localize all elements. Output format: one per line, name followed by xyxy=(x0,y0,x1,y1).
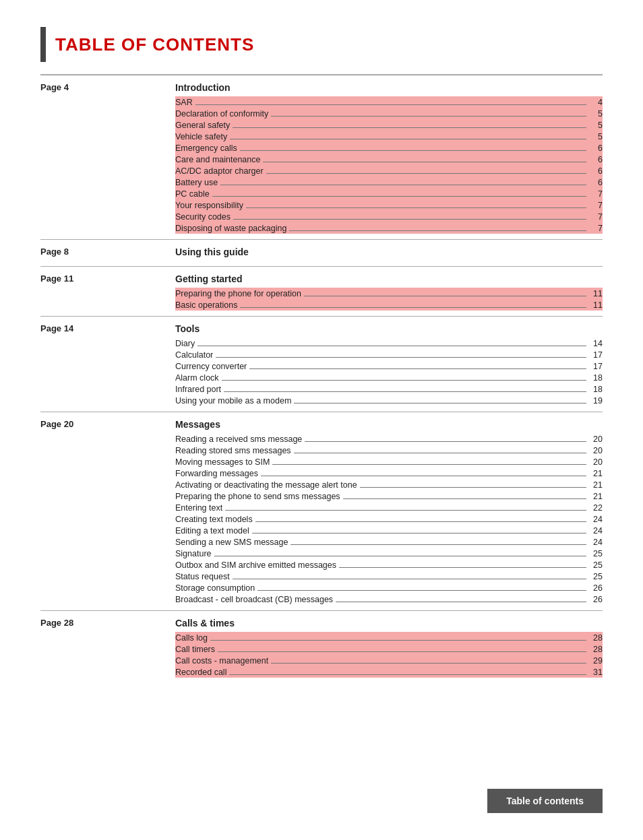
item-dots xyxy=(304,296,586,296)
item-page: 6 xyxy=(586,178,603,187)
toc-item-4-10[interactable]: Signature25 xyxy=(175,548,603,559)
item-label: Storage consumption xyxy=(175,583,257,593)
item-page: 6 xyxy=(586,143,603,153)
item-label: AC/DC adaptor charger xyxy=(175,166,266,176)
item-dots xyxy=(233,579,586,579)
item-dots xyxy=(261,476,586,476)
toc-item-3-3[interactable]: Alarm clock18 xyxy=(175,372,603,383)
toc-item-0-10[interactable]: Security codes7 xyxy=(175,211,603,222)
item-dots xyxy=(210,640,586,641)
section-page-1: Page 8 xyxy=(40,247,175,257)
toc-item-4-13[interactable]: Storage consumption26 xyxy=(175,582,603,593)
item-label: Declaration of conformity xyxy=(175,109,271,119)
item-page: 31 xyxy=(586,668,603,677)
section-title-2[interactable]: Getting started xyxy=(175,273,603,284)
item-page: 25 xyxy=(586,572,603,581)
section-page-5: Page 28 xyxy=(40,618,175,628)
toc-item-4-11[interactable]: Outbox and SIM archive emitted messages2… xyxy=(175,559,603,571)
toc-item-4-2[interactable]: Moving messages to SIM20 xyxy=(175,456,603,467)
item-label: Your responsibility xyxy=(175,201,246,210)
toc-item-4-0[interactable]: Reading a received sms message20 xyxy=(175,433,603,445)
toc-item-5-3[interactable]: Recorded call31 xyxy=(175,666,603,678)
footer-bar: Table of contents xyxy=(487,789,603,813)
toc-content: Page 4IntroductionSAR4Declaration of con… xyxy=(40,75,603,683)
toc-item-0-8[interactable]: PC cable7 xyxy=(175,188,603,199)
item-page: 18 xyxy=(586,373,603,383)
section-title-3[interactable]: Tools xyxy=(175,323,603,334)
toc-item-0-6[interactable]: AC/DC adaptor charger6 xyxy=(175,165,603,176)
toc-item-0-4[interactable]: Emergency calls6 xyxy=(175,142,603,154)
section-content-5: Calls & timesCalls log28Call timers28Cal… xyxy=(175,618,603,678)
item-dots xyxy=(343,498,586,499)
toc-item-3-0[interactable]: Diary14 xyxy=(175,337,603,349)
item-page: 5 xyxy=(586,109,603,119)
item-page: 24 xyxy=(586,526,603,536)
item-dots xyxy=(230,139,586,139)
page-wrapper: TABLE OF CONTENTS Page 4IntroductionSAR4… xyxy=(0,0,643,710)
item-page: 5 xyxy=(586,121,603,130)
toc-item-0-5[interactable]: Care and maintenance6 xyxy=(175,154,603,165)
item-dots xyxy=(246,207,586,208)
item-page: 25 xyxy=(586,560,603,570)
item-page: 4 xyxy=(586,98,603,107)
item-page: 6 xyxy=(586,155,603,164)
toc-item-3-2[interactable]: Currency converter17 xyxy=(175,360,603,372)
item-label: Calls log xyxy=(175,633,210,643)
item-page: 21 xyxy=(586,480,603,490)
item-dots xyxy=(233,127,586,128)
toc-item-0-9[interactable]: Your responsibility7 xyxy=(175,199,603,211)
item-label: Alarm clock xyxy=(175,373,222,383)
toc-item-4-9[interactable]: Sending a new SMS message24 xyxy=(175,536,603,548)
toc-item-0-3[interactable]: Vehicle safety5 xyxy=(175,131,603,142)
toc-item-0-11[interactable]: Disposing of waste packaging7 xyxy=(175,222,603,234)
toc-item-5-1[interactable]: Call timers28 xyxy=(175,643,603,655)
section-title-5[interactable]: Calls & times xyxy=(175,618,603,628)
item-label: Diary xyxy=(175,339,197,348)
item-dots xyxy=(229,674,586,675)
toc-section-5: Page 28Calls & timesCalls log28Call time… xyxy=(40,610,603,683)
item-dots xyxy=(360,487,586,488)
section-title-1[interactable]: Using this guide xyxy=(175,247,603,257)
item-label: Preparing the phone for operation xyxy=(175,289,304,298)
toc-item-0-1[interactable]: Declaration of conformity5 xyxy=(175,108,603,119)
toc-section-1: Page 8Using this guide xyxy=(40,239,603,266)
toc-item-2-0[interactable]: Preparing the phone for operation11 xyxy=(175,288,603,299)
item-dots xyxy=(263,162,586,162)
toc-item-5-2[interactable]: Call costs - management29 xyxy=(175,655,603,666)
toc-item-3-1[interactable]: Calculator17 xyxy=(175,349,603,360)
toc-item-4-14[interactable]: Broadcast - cell broadcast (CB) messages… xyxy=(175,593,603,605)
item-label: General safety xyxy=(175,121,233,130)
toc-item-4-8[interactable]: Editing a text model24 xyxy=(175,525,603,536)
toc-item-4-4[interactable]: Activating or deactivating the message a… xyxy=(175,479,603,490)
toc-item-4-3[interactable]: Forwarding messages21 xyxy=(175,467,603,479)
item-page: 26 xyxy=(586,583,603,593)
item-label: Outbox and SIM archive emitted messages xyxy=(175,560,339,570)
toc-section-3: Page 14ToolsDiary14Calculator17Currency … xyxy=(40,316,603,412)
section-title-0[interactable]: Introduction xyxy=(175,82,603,93)
section-title-4[interactable]: Messages xyxy=(175,419,603,430)
toc-item-4-6[interactable]: Entering text22 xyxy=(175,502,603,513)
toc-item-0-0[interactable]: SAR4 xyxy=(175,96,603,108)
toc-item-2-1[interactable]: Basic operations11 xyxy=(175,299,603,311)
item-dots xyxy=(222,380,586,381)
toc-item-3-4[interactable]: Infrared port18 xyxy=(175,383,603,395)
toc-item-4-12[interactable]: Status request25 xyxy=(175,571,603,582)
toc-section-2: Page 11Getting startedPreparing the phon… xyxy=(40,266,603,316)
toc-item-0-2[interactable]: General safety5 xyxy=(175,119,603,131)
toc-item-5-0[interactable]: Calls log28 xyxy=(175,632,603,643)
toc-item-3-5[interactable]: Using your mobile as a modem19 xyxy=(175,395,603,406)
item-dots xyxy=(336,602,586,602)
toc-item-4-1[interactable]: Reading stored sms messages20 xyxy=(175,445,603,456)
section-page-0: Page 4 xyxy=(40,82,175,92)
item-dots xyxy=(233,219,586,220)
toc-item-4-5[interactable]: Preparing the phone to send sms messages… xyxy=(175,490,603,502)
item-page: 21 xyxy=(586,492,603,501)
header-bar xyxy=(40,27,46,62)
item-page: 14 xyxy=(586,339,603,348)
item-page: 6 xyxy=(586,166,603,176)
item-dots xyxy=(240,307,586,308)
section-page-4: Page 20 xyxy=(40,419,175,429)
item-label: Basic operations xyxy=(175,300,240,310)
toc-item-0-7[interactable]: Battery use6 xyxy=(175,176,603,188)
toc-item-4-7[interactable]: Creating text models24 xyxy=(175,513,603,525)
